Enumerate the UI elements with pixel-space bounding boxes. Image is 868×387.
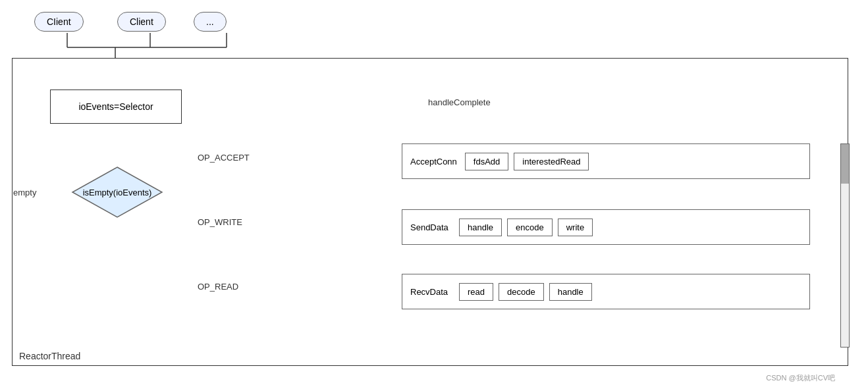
empty-label: empty [13, 188, 36, 197]
write-handle-box: handle [459, 219, 502, 236]
write-write-box: write [558, 219, 593, 236]
read-handle-box: handle [549, 283, 592, 301]
scrollbar-thumb[interactable] [841, 144, 849, 184]
read-decode-box: decode [499, 283, 544, 301]
reactor-thread-label: ReactorThread [19, 351, 80, 361]
svg-marker-30 [72, 167, 162, 217]
right-scrollbar[interactable] [840, 143, 850, 348]
client-node-1: CIient [34, 12, 84, 32]
accept-conn-group: AcceptConn fdsAdd interestedRead [402, 143, 810, 179]
accept-interestedread-box: interestedRead [514, 153, 589, 170]
read-read-box: read [459, 283, 493, 301]
selector-box: ioEvents=Selector [50, 90, 182, 124]
accept-fdsadd-box: fdsAdd [465, 153, 508, 170]
recv-data-label: RecvData [408, 287, 454, 297]
diamond-shape [71, 166, 163, 219]
write-encode-box: encode [507, 219, 553, 236]
handle-complete-label: handleComplete [428, 97, 491, 107]
accept-conn-label: AcceptConn [408, 157, 460, 167]
op-read-label: OP_READ [198, 282, 238, 292]
diagram-container: CIient Client ... ReactorThread ioEvents… [0, 0, 868, 387]
send-data-group: SendData handle encode write [402, 209, 810, 245]
send-data-label: SendData [408, 222, 454, 232]
client-node-2: Client [117, 12, 166, 32]
op-accept-label: OP_ACCEPT [198, 153, 250, 163]
op-write-label: OP_WRITE [198, 217, 242, 227]
client-node-3: ... [194, 12, 227, 32]
watermark: CSDN @我就叫CV吧 [766, 373, 835, 383]
recv-data-group: RecvData read decode handle [402, 274, 810, 309]
selector-label: ioEvents=Selector [78, 101, 153, 112]
